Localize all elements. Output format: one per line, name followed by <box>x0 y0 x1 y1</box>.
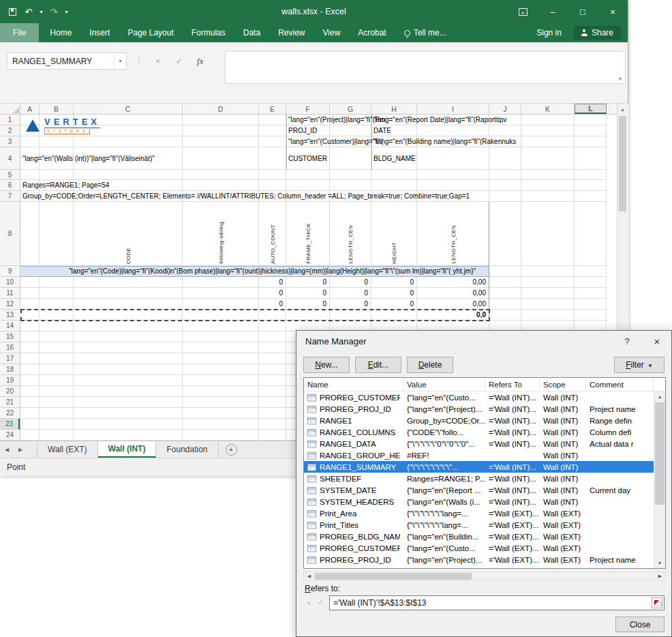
column-header-B[interactable]: B <box>40 104 74 114</box>
column-header-K[interactable]: K <box>521 104 575 114</box>
name-manager-row-system-date[interactable]: SYSTEM_DATE{"lang="en"(Report ...='Wall … <box>304 484 654 496</box>
name-manager-row-sheetdef[interactable]: SHEETDEFRanges=RANGE1; P...='Wall (INT).… <box>304 473 654 484</box>
row-header-12[interactable]: 12 <box>0 299 20 310</box>
redo-button[interactable]: ↷ <box>46 0 62 23</box>
row-header-11[interactable]: 11 <box>0 288 20 299</box>
cell-E10[interactable]: 0 <box>259 277 283 288</box>
cell-H4[interactable]: BLDG_NAME <box>373 147 416 170</box>
ribbon-tab-insert[interactable]: Insert <box>80 23 119 42</box>
column-header-A[interactable]: A <box>20 104 40 114</box>
ribbon-tab-home[interactable]: Home <box>41 23 80 42</box>
name-manager-row-range1-columns[interactable]: RANGE1_COLUMNS{"CODE"\"follo...='Wall (I… <box>304 426 654 438</box>
cell-G12[interactable]: 0 <box>330 299 368 310</box>
column-header-L[interactable]: L <box>575 104 607 114</box>
row-header-6[interactable]: 6 <box>0 180 20 191</box>
new-button[interactable]: New... <box>303 357 350 373</box>
scroll-thumb[interactable] <box>315 573 472 580</box>
name-box[interactable]: RANGE1_SUMMARY ▾ <box>7 53 127 70</box>
column-header-H[interactable]: H <box>371 104 417 114</box>
row-header-24[interactable]: 24 <box>0 430 20 441</box>
ribbon-tab-review[interactable]: Review <box>269 23 314 42</box>
row-header-4[interactable]: 4 <box>0 147 20 170</box>
dialog-close-button[interactable]: Close <box>615 617 665 632</box>
sheet-tab-wall-ext[interactable]: Wall (EXT) <box>37 441 98 458</box>
minimize-button[interactable]: – <box>538 0 568 23</box>
dialog-help-button[interactable]: ? <box>613 331 641 351</box>
ribbon-tab-acrobat[interactable]: Acrobat <box>349 23 395 42</box>
add-sheet-button[interactable]: + <box>226 444 237 456</box>
cell-H2[interactable]: DATE <box>373 125 391 136</box>
name-manager-row-proreg-customer[interactable]: PROREG_CUSTOMER{"lang="en"(Custo...='Wal… <box>304 542 654 554</box>
undo-dropdown-icon[interactable]: ▾ <box>37 0 46 23</box>
ribbon-tab-data[interactable]: Data <box>234 23 269 42</box>
name-manager-row-print-area[interactable]: Print_Area{"\"\"\"\"\"\"lang=...='Wall (… <box>304 507 654 519</box>
row-header-2[interactable]: 2 <box>0 125 20 136</box>
sheet-tab-wall-int[interactable]: Wall (INT) <box>98 441 157 458</box>
formula-input[interactable]: ▾ <box>225 51 626 84</box>
cell-F2[interactable]: PROJ_ID <box>288 125 317 136</box>
row-header-21[interactable]: 21 <box>0 397 20 408</box>
scroll-down-arrow[interactable]: ▼ <box>654 558 665 568</box>
column-header-G[interactable]: G <box>330 104 371 114</box>
scroll-up-arrow[interactable]: ▲ <box>617 104 628 115</box>
save-button[interactable] <box>4 0 20 23</box>
cell-H12[interactable]: 0 <box>371 299 414 310</box>
cell-H11[interactable]: 0 <box>371 288 414 299</box>
column-header-C[interactable]: C <box>74 104 183 114</box>
maximize-button[interactable]: □ <box>568 0 598 23</box>
row-header-7[interactable]: 7 <box>0 191 20 202</box>
row-header-22[interactable]: 22 <box>0 408 20 419</box>
row-header-15[interactable]: 15 <box>0 331 20 342</box>
scroll-thumb[interactable] <box>655 402 665 505</box>
row-header-17[interactable]: 17 <box>0 353 20 364</box>
formula-bar-resizer[interactable]: ⋮ <box>135 55 143 65</box>
cell-H3[interactable]: "lang="en"(Building name)|lang="fi"(Rake… <box>373 136 516 147</box>
cell-I12[interactable]: 0,00 <box>417 299 486 310</box>
name-manager-row-range1[interactable]: RANGE1Group_by=CODE;Or...='Wall (EXT)...… <box>304 565 654 568</box>
cell-F12[interactable]: 0 <box>286 299 326 310</box>
row-header-14[interactable]: 14 <box>0 321 20 331</box>
column-field-header-G8[interactable]: LENGTH_CEN <box>330 202 371 266</box>
close-button[interactable]: × <box>598 0 628 23</box>
sheet-nav-left-icon[interactable]: ◀ <box>0 441 14 458</box>
nm-column-header-name[interactable]: Name <box>304 378 403 391</box>
ribbon-tab-formulas[interactable]: Formulas <box>183 23 234 42</box>
name-manager-row-system-headers[interactable]: SYSTEM_HEADERS{"lang="en"(Walls (i...='W… <box>304 496 654 507</box>
nm-column-header-value[interactable]: Value <box>403 378 485 391</box>
scroll-up-arrow[interactable]: ▲ <box>654 391 665 402</box>
row-header-3[interactable]: 3 <box>0 136 20 147</box>
column-field-header-H8[interactable]: HEIGHT <box>371 202 417 266</box>
name-box-dropdown-icon[interactable]: ▾ <box>114 53 126 69</box>
row-header-10[interactable]: 10 <box>0 277 20 288</box>
cell-B9[interactable]: "lang="en"(Code)|lang="fi"(Koodi)n"(Bom … <box>42 266 476 277</box>
scroll-left-arrow[interactable]: ◀ <box>304 574 314 579</box>
cell-E12[interactable]: 0 <box>259 299 283 310</box>
cell-A7[interactable]: Group_by=CODE;Order=LENGTH_CENTER; Eleme… <box>22 191 470 202</box>
cell-I11[interactable]: 0,00 <box>417 288 486 299</box>
dialog-close-icon[interactable]: × <box>643 331 671 351</box>
cell-A4[interactable]: "lang="en"(Walls (int))"|lang="fi"(Välis… <box>22 147 155 170</box>
column-field-header-I8[interactable]: LENGTH_CEN <box>417 202 489 266</box>
select-all-corner[interactable] <box>0 104 20 115</box>
sign-in-link[interactable]: Sign in <box>536 28 562 38</box>
ribbon-tab-file[interactable]: File <box>0 23 39 42</box>
row-header-18[interactable]: 18 <box>0 364 20 375</box>
cell-E11[interactable]: 0 <box>259 288 283 299</box>
enter-entry-icon[interactable]: ✓ <box>168 57 189 66</box>
refers-to-input[interactable]: ='Wall (INT)'!$A$13:$I$13 <box>329 595 665 610</box>
sheet-nav-right-icon[interactable]: ▶ <box>14 441 27 458</box>
column-header-J[interactable]: J <box>489 104 521 114</box>
cell-F3[interactable]: "lang="en"(Customer)|lang="fi"( <box>288 136 383 147</box>
name-manager-row-proreg-bldg-name[interactable]: PROREG_BLDG_NAME{"lang="en"(Buildin...='… <box>304 531 654 542</box>
column-field-header-C8[interactable]: CODE <box>74 202 183 266</box>
delete-button[interactable]: Delete <box>407 357 453 373</box>
undo-button[interactable]: ↶ <box>20 0 37 23</box>
cell-F10[interactable]: 0 <box>286 277 326 288</box>
row-header-16[interactable]: 16 <box>0 342 20 353</box>
nm-column-header-comment[interactable]: Comment <box>586 378 654 391</box>
name-manager-row-print-titles[interactable]: Print_Titles{"\"\"\"\"\"\"lang=...='Wall… <box>304 519 654 531</box>
cell-G11[interactable]: 0 <box>330 288 368 299</box>
cell-H10[interactable]: 0 <box>371 277 414 288</box>
name-manager-row-proreg-proj-id[interactable]: PROREG_PROJ_ID{"lang="en"(Project)...='W… <box>304 554 654 565</box>
column-header-D[interactable]: D <box>183 104 259 114</box>
